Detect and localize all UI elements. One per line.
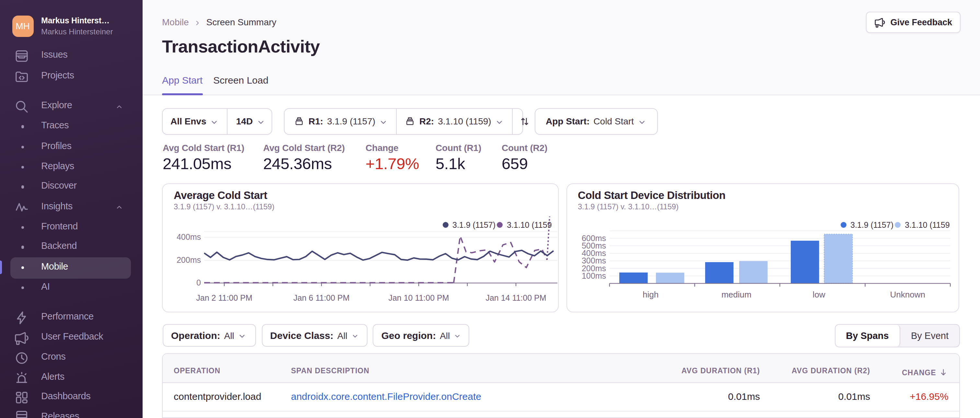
svg-text:high: high bbox=[642, 290, 658, 299]
svg-text:Jan 14 11:00 PM: Jan 14 11:00 PM bbox=[485, 293, 546, 302]
svg-text:Jan 6 11:00 PM: Jan 6 11:00 PM bbox=[293, 293, 349, 302]
svg-text:3.1.9 (1157): 3.1.9 (1157) bbox=[850, 220, 893, 229]
svg-text:medium: medium bbox=[721, 290, 751, 299]
svg-text:Unknown: Unknown bbox=[890, 290, 925, 299]
svg-text:3.1.10 (1159: 3.1.10 (1159 bbox=[905, 220, 950, 229]
svg-text:600ms: 600ms bbox=[581, 234, 606, 243]
svg-text:3.1.10 (1159: 3.1.10 (1159 bbox=[507, 220, 552, 229]
svg-text:200ms: 200ms bbox=[177, 255, 201, 264]
svg-text:Jan 10 11:00 PM: Jan 10 11:00 PM bbox=[388, 293, 449, 302]
svg-text:low: low bbox=[812, 290, 825, 299]
svg-text:0: 0 bbox=[196, 278, 201, 287]
svg-text:Jan 2 11:00 PM: Jan 2 11:00 PM bbox=[196, 293, 252, 302]
svg-text:3.1.9 (1157): 3.1.9 (1157) bbox=[452, 220, 495, 229]
svg-text:400ms: 400ms bbox=[177, 232, 201, 242]
